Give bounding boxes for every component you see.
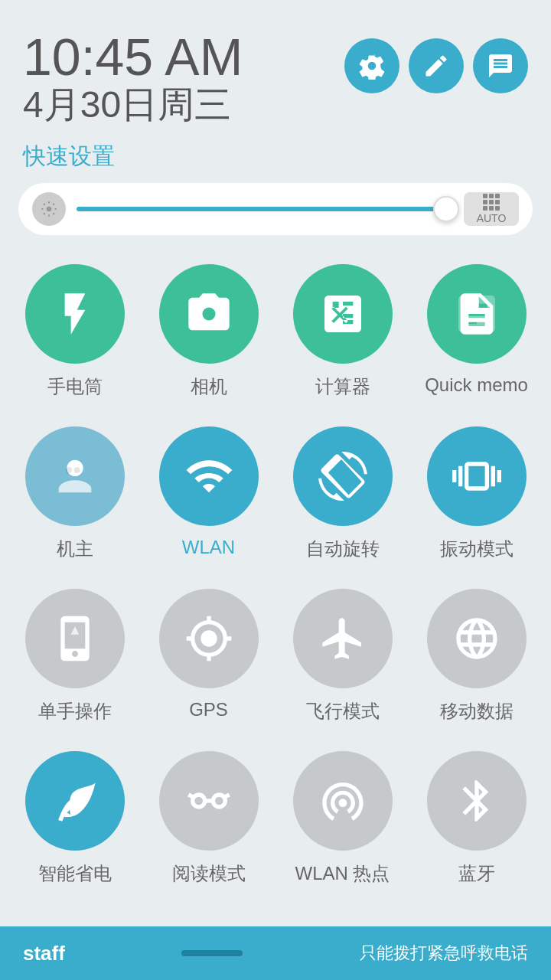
- brightness-low-icon: [32, 192, 66, 226]
- flashlight-icon-circle: [25, 264, 125, 364]
- owner-icon-circle: [25, 426, 125, 526]
- mobile-data-item[interactable]: 移动数据: [409, 575, 543, 737]
- calculator-label: 计算器: [315, 374, 370, 399]
- gps-label: GPS: [189, 699, 228, 720]
- reading-item[interactable]: 阅读模式: [142, 737, 276, 900]
- wlan-hotspot-icon-circle: [293, 751, 393, 851]
- airplane-item[interactable]: 飞行模式: [276, 575, 409, 737]
- wlan-item[interactable]: WLAN: [142, 413, 276, 575]
- camera-icon-circle: [159, 264, 259, 364]
- staff-label: staff: [23, 942, 65, 965]
- emergency-label: 只能拨打紧急呼救电话: [360, 942, 528, 965]
- gps-item[interactable]: GPS: [142, 575, 276, 737]
- svg-line-7: [188, 795, 192, 797]
- bluetooth-item[interactable]: 蓝牙: [409, 737, 543, 900]
- quick-memo-item[interactable]: Quick memo: [409, 250, 543, 413]
- svg-point-3: [73, 467, 80, 473]
- reading-icon-circle: [159, 751, 259, 851]
- time-block: 10:45 AM 4月30日周三: [23, 31, 243, 127]
- quick-memo-icon-circle: [427, 264, 527, 364]
- date-display: 4月30日周三: [23, 83, 243, 127]
- settings-button[interactable]: [344, 38, 399, 93]
- header-icons: [344, 38, 528, 93]
- header: 10:45 AM 4月30日周三: [0, 0, 551, 135]
- time-display: 10:45 AM: [23, 31, 243, 83]
- message-button[interactable]: [473, 38, 528, 93]
- airplane-label: 飞行模式: [306, 699, 380, 724]
- edit-button[interactable]: [409, 38, 464, 93]
- wlan-hotspot-item[interactable]: WLAN 热点: [276, 737, 409, 900]
- mobile-data-icon-circle: [427, 589, 527, 688]
- auto-rotate-icon-circle: [293, 426, 393, 526]
- camera-label: 相机: [191, 374, 227, 399]
- camera-item[interactable]: 相机: [142, 250, 276, 413]
- auto-rotate-item[interactable]: 自动旋转: [276, 413, 409, 575]
- brightness-track[interactable]: [77, 207, 453, 211]
- quick-memo-label: Quick memo: [425, 374, 528, 396]
- auto-rotate-label: 自动旋转: [306, 537, 380, 561]
- flashlight-label: 手电筒: [47, 374, 103, 399]
- bottom-indicator: [181, 950, 243, 956]
- flashlight-item[interactable]: 手电筒: [8, 250, 142, 413]
- mobile-data-label: 移动数据: [440, 699, 514, 724]
- owner-item[interactable]: 机主: [8, 413, 142, 575]
- power-save-item[interactable]: 智能省电: [8, 737, 142, 900]
- gps-icon-circle: [159, 589, 259, 688]
- one-hand-item[interactable]: 单手操作: [8, 575, 142, 737]
- auto-brightness-button[interactable]: AUTO: [464, 192, 519, 226]
- calculator-icon-circle: [293, 264, 393, 364]
- vibrate-icon-circle: [427, 426, 527, 526]
- one-hand-label: 单手操作: [38, 699, 112, 724]
- vibrate-item[interactable]: 振动模式: [409, 413, 543, 575]
- svg-point-0: [47, 206, 52, 211]
- wlan-icon-circle: [159, 426, 259, 526]
- calculator-item[interactable]: 计算器: [276, 250, 409, 413]
- power-save-label: 智能省电: [38, 861, 112, 886]
- svg-line-8: [225, 795, 229, 797]
- owner-label: 机主: [57, 537, 93, 561]
- vibrate-label: 振动模式: [440, 537, 514, 561]
- bluetooth-label: 蓝牙: [458, 861, 495, 886]
- bottom-bar: staff 只能拨打紧急呼救电话: [0, 926, 551, 980]
- quick-settings-label: 快速设置: [0, 135, 551, 183]
- airplane-icon-circle: [293, 589, 393, 688]
- one-hand-icon-circle: [25, 589, 125, 688]
- bluetooth-icon-circle: [427, 751, 527, 851]
- reading-label: 阅读模式: [172, 861, 246, 886]
- wlan-label: WLAN: [182, 537, 235, 558]
- brightness-bar[interactable]: AUTO: [18, 183, 533, 235]
- wlan-hotspot-label: WLAN 热点: [295, 861, 390, 886]
- quick-settings-grid: 手电筒 相机 计算器 Quick memo 机主 WLAN: [0, 250, 551, 900]
- power-save-icon-circle: [25, 751, 125, 851]
- brightness-thumb[interactable]: [433, 196, 459, 222]
- svg-point-2: [66, 467, 72, 473]
